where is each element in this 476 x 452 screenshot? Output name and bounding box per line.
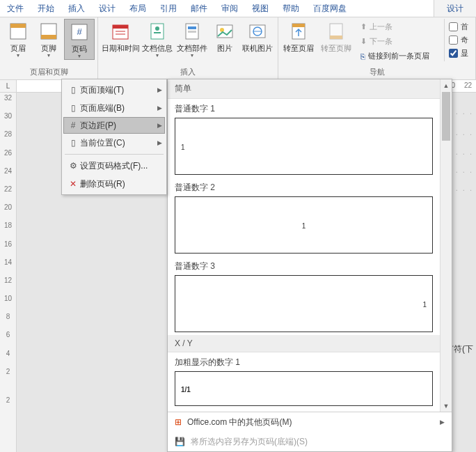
delete-icon: ✕ [66, 179, 80, 189]
tab-mailings[interactable]: 邮件 [184, 0, 214, 17]
svg-rect-12 [154, 32, 161, 33]
prev-icon: ⬆ [360, 22, 367, 31]
document-area: ▯页面顶端(T)▶ ▯页面底端(B)▶ #页边距(P)▶ ▯当前位置(C)▶ ⚙… [17, 93, 476, 452]
menu-remove-page-number[interactable]: ✕删除页码(R) [63, 175, 165, 193]
tab-file[interactable]: 文件 [0, 0, 31, 17]
link-icon: ⎘ [360, 52, 365, 61]
chk-first-page[interactable]: 首 [449, 22, 468, 32]
svg-rect-15 [188, 31, 196, 33]
svg-rect-22 [292, 24, 305, 27]
ribbon: 页眉▾ 页脚▾ # 页码▾ 页眉和页脚 日期和时间 文档信息▾ [0, 17, 476, 80]
page-number-button[interactable]: # 页码▾ [64, 19, 95, 60]
tab-references[interactable]: 引用 [153, 0, 184, 17]
gallery-item-bold-1[interactable]: 加粗显示的数字 1 1/1 [168, 352, 440, 409]
group-insert: 日期和时间 文档信息▾ 文档部件▾ 图片 联机图片 插入 [98, 17, 278, 79]
scroll-down-icon[interactable]: ▼ [441, 400, 452, 412]
gallery-item-plain-2[interactable]: 普通数字 2 1 [168, 178, 440, 256]
tab-context-design[interactable]: 设计 [434, 0, 476, 17]
group-nav: 转至页眉 转至页脚 ⬆上一条 ⬇下一条 ⎘链接到前一条页眉 首 奇 显 导航 [278, 17, 476, 79]
nav-next[interactable]: ⬇下一条 [356, 35, 434, 48]
picture-icon [214, 20, 236, 42]
doc-info-icon [146, 20, 168, 42]
gallery-item-plain-3[interactable]: 普通数字 3 1 [168, 256, 440, 335]
gallery-section-xy: X / Y [168, 335, 440, 352]
group-label-nav: 导航 [281, 65, 473, 79]
date-time-button[interactable]: 日期和时间 [101, 19, 140, 53]
nav-link-prev[interactable]: ⎘链接到前一条页眉 [356, 49, 434, 63]
options-checks: 首 奇 显 [444, 19, 473, 61]
doc-bottom-icon: ▯ [66, 103, 80, 113]
format-icon: ⚙ [66, 161, 80, 171]
page-number-submenu: ▯页面顶端(T)▶ ▯页面底端(B)▶ #页边距(P)▶ ▯当前位置(C)▶ ⚙… [61, 79, 167, 195]
tab-baidu[interactable]: 百度网盘 [306, 0, 354, 17]
svg-rect-14 [188, 26, 196, 29]
doc-info-button[interactable]: 文档信息▾ [140, 19, 175, 59]
gallery-scrollbar[interactable]: ▲ ▼ [440, 79, 452, 412]
tab-view[interactable]: 视图 [245, 0, 276, 17]
gallery-section-simple: 简单 [168, 79, 440, 99]
footer-button[interactable]: 页脚▾ [33, 19, 64, 59]
tab-insert[interactable]: 插入 [61, 0, 92, 17]
doc-parts-button[interactable]: 文档部件▾ [175, 19, 209, 59]
doc-pos-icon: ▯ [66, 138, 80, 148]
goto-header-icon [287, 20, 310, 42]
doc-top-icon: ▯ [66, 85, 80, 95]
ruler-corner: L [0, 80, 17, 92]
tab-layout[interactable]: 布局 [122, 0, 153, 17]
svg-rect-3 [41, 35, 56, 39]
tab-help[interactable]: 帮助 [276, 0, 306, 17]
menu-page-margin[interactable]: #页边距(P)▶ [63, 117, 165, 134]
scroll-thumb[interactable] [442, 92, 450, 141]
ruler-h-22: 22 [464, 81, 472, 89]
menu-page-bottom[interactable]: ▯页面底端(B)▶ [63, 99, 165, 117]
svg-rect-7 [113, 25, 128, 29]
tab-home[interactable]: 开始 [31, 0, 61, 17]
tab-review[interactable]: 审阅 [214, 0, 245, 17]
group-label-insert: 插入 [101, 65, 275, 79]
calendar-icon [109, 20, 132, 42]
goto-footer-button[interactable]: 转至页脚 [319, 19, 354, 53]
group-label-hf: 页眉和页脚 [3, 65, 95, 79]
tab-design[interactable]: 设计 [92, 0, 122, 17]
menu-page-top[interactable]: ▯页面顶端(T)▶ [63, 81, 165, 99]
svg-rect-1 [10, 24, 26, 28]
menu-separator [65, 154, 164, 155]
page-number-gallery: 简单 普通数字 1 1 普通数字 2 1 普通数字 3 1 X / Y [167, 79, 452, 452]
goto-header-button[interactable]: 转至页眉 [281, 19, 316, 53]
chk-odd-even[interactable]: 奇 [449, 35, 468, 45]
svg-text:#: # [77, 26, 82, 37]
next-icon: ⬇ [360, 37, 367, 46]
online-picture-icon [246, 20, 269, 42]
menu-current-pos[interactable]: ▯当前位置(C)▶ [63, 134, 165, 152]
nav-prev[interactable]: ⬆上一条 [356, 20, 434, 33]
save-icon: 💾 [175, 437, 185, 446]
office-icon: ⊞ [175, 417, 182, 427]
gallery-more-office[interactable]: ⊞ Office.com 中的其他页码(M)▶ [168, 412, 452, 432]
gallery-save-selection: 💾 将所选内容另存为页码(底端)(S) [168, 432, 452, 451]
menu-format-page-number[interactable]: ⚙设置页码格式(F)... [63, 157, 165, 175]
doc-parts-icon [181, 20, 203, 42]
vertical-ruler: 3230 2826 2422 2018 1614 1210 86 42 2 [0, 93, 17, 452]
header-button[interactable]: 页眉▾ [3, 19, 33, 59]
doc-margin-icon: # [66, 120, 80, 130]
gallery-item-plain-1[interactable]: 普通数字 1 1 [168, 99, 440, 178]
picture-button[interactable]: 图片 [209, 19, 240, 53]
tab-bar: 文件 开始 插入 设计 布局 引用 邮件 审阅 视图 帮助 百度网盘 设计 [0, 0, 476, 17]
scroll-up-icon[interactable]: ▲ [441, 79, 452, 91]
group-header-footer: 页眉▾ 页脚▾ # 页码▾ 页眉和页脚 [0, 17, 98, 79]
svg-point-11 [155, 26, 159, 31]
svg-rect-24 [330, 36, 342, 39]
online-picture-button[interactable]: 联机图片 [240, 19, 275, 53]
goto-footer-icon [325, 20, 347, 42]
svg-rect-10 [151, 24, 164, 39]
chk-show[interactable]: 显 [449, 48, 468, 59]
header-icon [7, 20, 29, 42]
footer-icon [38, 20, 60, 42]
page-number-icon: # [68, 21, 90, 43]
svg-point-17 [220, 28, 224, 32]
